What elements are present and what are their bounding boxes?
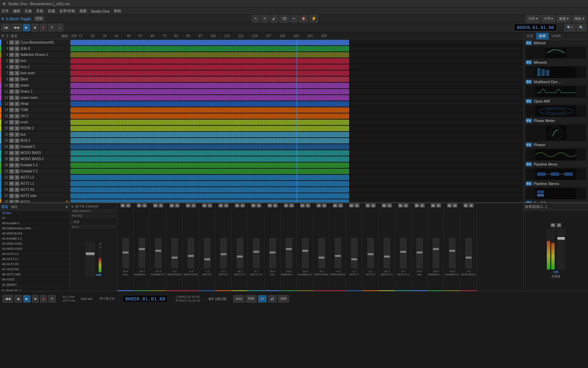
strip-mute[interactable]: M bbox=[414, 203, 419, 208]
track-mute-btn[interactable]: M bbox=[9, 169, 14, 174]
track-solo-btn[interactable]: S bbox=[15, 126, 19, 131]
segment-row[interactable] bbox=[70, 40, 523, 46]
track-mute-btn[interactable]: M bbox=[9, 181, 14, 186]
track-solo-btn[interactable]: S bbox=[15, 114, 19, 119]
strip-mute[interactable]: M bbox=[202, 203, 207, 208]
timeline-block[interactable] bbox=[70, 77, 349, 82]
menu-audio[interactable]: 音频 bbox=[48, 9, 55, 14]
track-mute-btn[interactable]: M bbox=[9, 132, 14, 137]
timeline-block[interactable] bbox=[70, 150, 349, 156]
segment-row[interactable] bbox=[70, 150, 523, 156]
master-solo-btn[interactable]: S bbox=[557, 223, 561, 227]
timeline-block[interactable] bbox=[70, 58, 349, 64]
strip-fader-handle[interactable] bbox=[318, 257, 325, 259]
timeline-block[interactable] bbox=[70, 187, 349, 193]
track-solo-btn[interactable]: S bbox=[15, 138, 19, 143]
fx-item-pro-eq[interactable]: FX Pro EQ bbox=[524, 200, 588, 202]
mixer-channel-item[interactable]: 44 AGT2 L2 bbox=[0, 251, 69, 257]
fx-item-openair[interactable]: FX Open AIR bbox=[524, 98, 588, 105]
timeline-block[interactable] bbox=[70, 120, 349, 125]
track-mute-btn[interactable]: M bbox=[9, 200, 14, 203]
strip-fader-handle[interactable] bbox=[335, 255, 341, 257]
menu-song[interactable]: 乐曲 bbox=[24, 9, 32, 14]
track-solo-btn[interactable]: S bbox=[15, 77, 19, 82]
strip-solo[interactable]: S bbox=[306, 203, 310, 208]
stop-btn[interactable]: ■ bbox=[32, 24, 38, 31]
metronome-btn[interactable]: ♩ bbox=[57, 24, 63, 31]
timeline-block[interactable] bbox=[70, 52, 349, 58]
segment-row[interactable] bbox=[70, 82, 523, 89]
strip-solo[interactable]: S bbox=[257, 203, 261, 208]
track-mute-btn[interactable]: M bbox=[9, 163, 14, 168]
timeline-block[interactable] bbox=[70, 89, 349, 94]
timeline-block[interactable] bbox=[70, 95, 349, 101]
bottom-stop-btn[interactable]: ■ bbox=[32, 295, 39, 303]
prev-btn[interactable]: |◀ bbox=[1, 24, 10, 31]
strip-fader-handle[interactable] bbox=[351, 258, 357, 260]
segment-row[interactable] bbox=[70, 46, 523, 52]
strip-mute[interactable]: M bbox=[120, 203, 125, 208]
segment-row[interactable] bbox=[70, 144, 523, 150]
timeline-block[interactable] bbox=[70, 199, 349, 202]
timeline-block[interactable] bbox=[70, 175, 349, 180]
segment-row[interactable] bbox=[70, 187, 523, 193]
strip-fader-handle[interactable] bbox=[220, 253, 227, 255]
track-solo-btn[interactable]: S bbox=[15, 132, 19, 137]
track-mute-btn[interactable]: M bbox=[9, 151, 14, 155]
strip-mute[interactable]: M bbox=[153, 203, 158, 208]
segment-row[interactable] bbox=[70, 119, 523, 125]
segment-row[interactable] bbox=[70, 113, 523, 119]
track-mute-btn[interactable]: M bbox=[9, 157, 14, 162]
paint-tool[interactable]: 🖌 bbox=[270, 15, 278, 22]
track-mute-btn[interactable]: M bbox=[9, 59, 14, 63]
bottom-loop-btn[interactable]: ↺ bbox=[48, 295, 56, 303]
mixer-channel-item[interactable]: 42 MOD.ASS2 bbox=[0, 241, 69, 246]
track-solo-btn[interactable]: S bbox=[15, 163, 19, 168]
timeline-block[interactable] bbox=[70, 40, 349, 45]
timeline-block[interactable] bbox=[70, 101, 349, 107]
strip-solo[interactable]: S bbox=[191, 203, 196, 208]
ch-tab[interactable]: 🔊 bbox=[268, 295, 277, 303]
segment-row[interactable] bbox=[70, 168, 523, 174]
fx-item-mixverb[interactable]: FX Mixverb bbox=[524, 59, 588, 66]
strip-mute[interactable]: M bbox=[267, 203, 272, 208]
quantize-value[interactable]: 1/16 ▾ bbox=[526, 15, 540, 22]
strip-fader-handle[interactable] bbox=[416, 251, 423, 254]
segment-row[interactable] bbox=[70, 95, 523, 101]
track-solo-btn[interactable]: S bbox=[15, 144, 19, 149]
instrument-name[interactable]: S-Strum Toggle bbox=[5, 17, 31, 21]
timeline-block[interactable] bbox=[70, 46, 349, 51]
strip-solo[interactable]: S bbox=[322, 203, 327, 208]
track-mute-btn[interactable]: M bbox=[9, 120, 14, 125]
track-solo-btn[interactable]: S bbox=[15, 194, 19, 198]
strip-mute[interactable]: M bbox=[169, 203, 174, 208]
segment-row[interactable] bbox=[70, 70, 523, 76]
menu-edit[interactable]: 编辑 bbox=[13, 9, 20, 14]
mixer-channel-item[interactable]: 36 bus bbox=[0, 211, 69, 216]
menu-help[interactable]: 帮助 bbox=[114, 9, 121, 14]
mixer-add-btn[interactable]: + bbox=[65, 204, 68, 210]
loop-btn[interactable]: ↺ bbox=[48, 24, 55, 31]
pencil-tool[interactable]: ✎ bbox=[261, 15, 268, 22]
master-mute-btn[interactable]: M bbox=[551, 223, 555, 227]
strip-mute[interactable]: M bbox=[251, 203, 256, 208]
quantize-unit[interactable]: 小节 ▾ bbox=[541, 15, 556, 22]
timeline-content[interactable] bbox=[70, 40, 523, 202]
main-fader-handle[interactable] bbox=[86, 252, 95, 255]
track-solo-btn[interactable]: S bbox=[15, 65, 19, 70]
timeline-block[interactable] bbox=[70, 144, 349, 150]
strip-solo[interactable]: S bbox=[371, 203, 376, 208]
mixer-channel-item[interactable]: 41 Kontakt 5 2 bbox=[0, 236, 69, 241]
strip-solo[interactable]: S bbox=[420, 203, 425, 208]
midi-tab[interactable]: MIDI bbox=[233, 295, 244, 303]
track-mute-btn[interactable]: M bbox=[9, 108, 14, 112]
mixer-channel-item[interactable]: 46 AGT2 R1 bbox=[0, 262, 69, 267]
listen-tool[interactable]: 👂 bbox=[309, 15, 318, 22]
strip-mute[interactable]: M bbox=[316, 203, 321, 208]
segment-row[interactable] bbox=[70, 162, 523, 168]
mixer-channel-item[interactable]: 48 AGT2 solo bbox=[0, 272, 69, 277]
segment-row[interactable] bbox=[70, 52, 523, 58]
track-mute-btn[interactable]: M bbox=[9, 89, 14, 94]
tab-loops[interactable]: Loops bbox=[549, 33, 564, 40]
strip-mute[interactable]: M bbox=[333, 203, 338, 208]
